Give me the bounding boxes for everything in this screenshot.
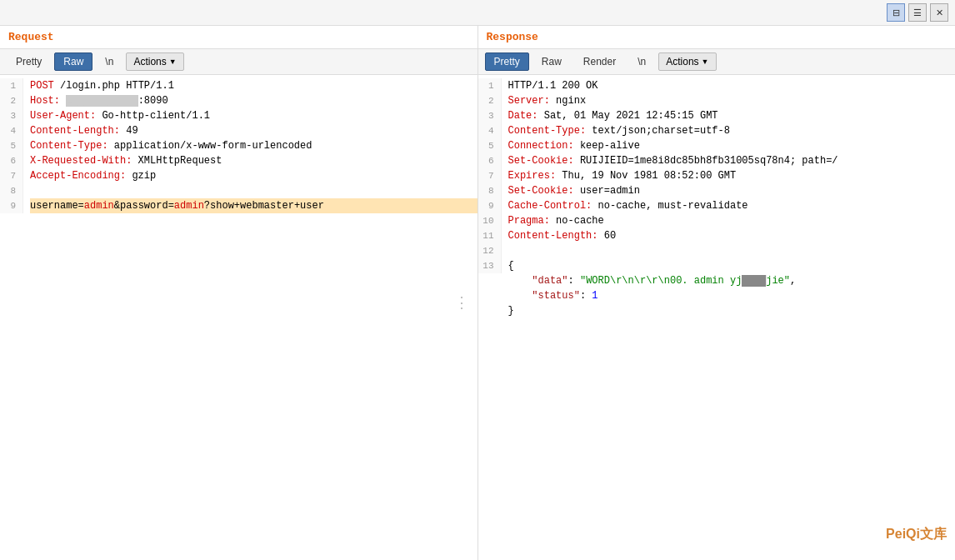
resp-line-8: 8 Set-Cookie: user=admin <box>478 183 956 198</box>
request-content: 1 POST /login.php HTTP/1.1 2 Host: 1████… <box>0 75 478 560</box>
code-line-8: 8 <box>0 183 478 198</box>
resp-line-7: 7 Expires: Thu, 19 Nov 1981 08:52:00 GMT <box>478 168 956 183</box>
resp-line-12: 12 <box>478 243 956 258</box>
code-line-9: 9 username=admin&password=admin?show+web… <box>0 198 478 213</box>
code-line-3: 3 User-Agent: Go-http-client/1.1 <box>0 108 478 123</box>
request-panel: Request Pretty Raw \n Actions ▼ 1 POST /… <box>0 26 478 560</box>
request-actions-label: Actions <box>133 56 166 68</box>
request-pretty-tab[interactable]: Pretty <box>7 52 51 71</box>
code-line-1: 1 POST /login.php HTTP/1.1 <box>0 78 478 93</box>
resp-line-2: 2 Server: nginx <box>478 93 956 108</box>
resp-line-13: 13 { <box>478 258 956 273</box>
split-view-btn[interactable]: ⊟ <box>887 3 905 22</box>
request-toolbar: Pretty Raw \n Actions ▼ <box>0 49 478 75</box>
resp-line-10: 10 Pragma: no-cache <box>478 213 956 228</box>
response-pretty-tab[interactable]: Pretty <box>485 52 529 71</box>
response-actions-btn[interactable]: Actions ▼ <box>658 52 716 71</box>
response-content: 1 HTTP/1.1 200 OK 2 Server: nginx 3 Date… <box>478 75 956 560</box>
request-raw-tab[interactable]: Raw <box>54 52 92 71</box>
resp-line-11: 11 Content-Length: 60 <box>478 228 956 243</box>
resp-line-1: 1 HTTP/1.1 200 OK <box>478 78 956 93</box>
list-view-btn[interactable]: ☰ <box>908 3 927 22</box>
request-title: Request <box>0 26 478 49</box>
code-line-2: 2 Host: 1███████████:8090 <box>0 93 478 108</box>
request-actions-btn[interactable]: Actions ▼ <box>126 52 183 71</box>
resp-line-6: 6 Set-Cookie: RUIJIEID=1me8i8dc85bh8fb31… <box>478 153 956 168</box>
resp-line-4: 4 Content-Type: text/json;charset=utf-8 <box>478 123 956 138</box>
response-panel: Response Pretty Raw Render \n Actions ▼ … <box>478 26 956 560</box>
request-newline-tab[interactable]: \n <box>96 52 122 71</box>
response-title: Response <box>478 26 956 49</box>
code-line-7: 7 Accept-Encoding: gzip <box>0 168 478 183</box>
resp-line-14: "data": "WORD\r\n\r\r\n00. admin yj████j… <box>478 273 956 288</box>
response-code: 1 HTTP/1.1 200 OK 2 Server: nginx 3 Date… <box>478 75 956 560</box>
response-newline-tab[interactable]: \n <box>628 52 655 71</box>
dots-separator: ⋮ <box>454 293 471 312</box>
code-line-6: 6 X-Requested-With: XMLHttpRequest <box>0 153 478 168</box>
response-toolbar: Pretty Raw Render \n Actions ▼ <box>478 49 956 75</box>
code-line-4: 4 Content-Length: 49 <box>0 123 478 138</box>
request-actions-chevron-icon: ▼ <box>169 58 177 66</box>
response-actions-chevron-icon: ▼ <box>702 58 709 66</box>
response-actions-label: Actions <box>666 56 698 68</box>
panels: Request Pretty Raw \n Actions ▼ 1 POST /… <box>0 26 955 560</box>
resp-line-3: 3 Date: Sat, 01 May 2021 12:45:15 GMT <box>478 108 956 123</box>
response-raw-tab[interactable]: Raw <box>532 52 571 71</box>
resp-line-5: 5 Connection: keep-alive <box>478 138 956 153</box>
request-code: 1 POST /login.php HTTP/1.1 2 Host: 1████… <box>0 75 478 560</box>
resp-line-16: } <box>478 303 956 318</box>
code-line-5: 5 Content-Type: application/x-www-form-u… <box>0 138 478 153</box>
resp-line-15: "status": 1 <box>478 288 956 303</box>
resp-line-9: 9 Cache-Control: no-cache, must-revalida… <box>478 198 956 213</box>
top-bar: ⊟ ☰ ✕ <box>0 0 955 26</box>
close-btn[interactable]: ✕ <box>930 3 948 22</box>
response-render-tab[interactable]: Render <box>574 52 625 71</box>
